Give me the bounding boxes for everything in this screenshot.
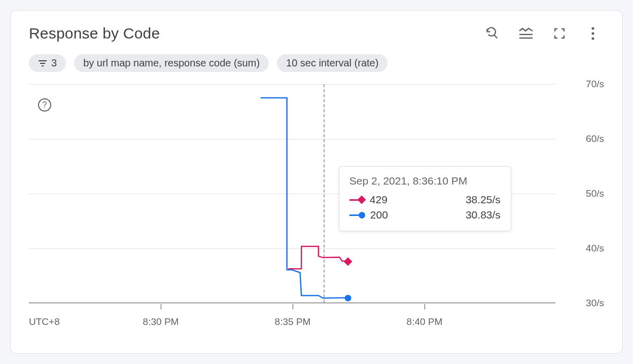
interval-label: 10 sec interval (rate) [286, 57, 378, 69]
filter-count-label: 3 [51, 57, 57, 69]
x-tick-mark [293, 304, 293, 309]
series-429 [288, 246, 347, 269]
x-tick-label: 8:30 PM [143, 316, 179, 327]
y-tick-label: 70/s [586, 79, 604, 90]
y-tick-label: 40/s [586, 243, 604, 254]
y-tick-label: 50/s [586, 188, 604, 199]
chart-title: Response by Code [29, 25, 160, 42]
timezone-label: UTC+8 [29, 316, 60, 327]
chart-tooltip: Sep 2, 2021, 8:36:10 PM42938.25/s20030.8… [339, 166, 511, 231]
interval-chip[interactable]: 10 sec interval (rate) [277, 54, 388, 72]
tooltip-row: 20030.83/s [349, 207, 501, 223]
tooltip-series-label: 200 [370, 209, 388, 221]
y-axis: 70/s60/s50/s40/s30/s [559, 84, 604, 303]
tooltip-row: 42938.25/s [349, 192, 501, 207]
fullscreen-icon[interactable] [552, 26, 567, 41]
legend-toggle-icon[interactable] [519, 26, 533, 41]
x-tick-mark [425, 304, 425, 309]
tooltip-series-value: 30.83/s [466, 209, 501, 221]
svg-point-3 [591, 27, 594, 29]
x-tick-mark [161, 304, 161, 309]
chart-area: ? 70/s60/s50/s40/s30/s UTC+88:30 PM8:35 … [29, 84, 604, 327]
y-tick-label: 30/s [586, 298, 604, 309]
svg-point-5 [591, 37, 594, 40]
grouping-label: by url map name, response code (sum) [83, 57, 260, 69]
x-tick-label: 8:35 PM [275, 316, 311, 327]
series-marker-429 [345, 259, 351, 265]
grouping-chip[interactable]: by url map name, response code (sum) [74, 54, 269, 72]
tooltip-series-label: 429 [370, 194, 388, 206]
y-tick-label: 60/s [586, 133, 604, 144]
svg-point-4 [591, 32, 594, 34]
series-marker-200 [345, 295, 351, 302]
tooltip-timestamp: Sep 2, 2021, 8:36:10 PM [349, 175, 501, 187]
diamond-icon [359, 197, 365, 203]
filter-chips-row: 3 by url map name, response code (sum) 1… [29, 54, 604, 72]
tooltip-series-value: 38.25/s [466, 194, 501, 206]
circle-icon [359, 212, 365, 219]
filter-icon [38, 59, 47, 67]
chart-actions [485, 26, 604, 41]
svg-line-0 [495, 35, 498, 39]
chart-header: Response by Code [29, 25, 604, 42]
filter-count-chip[interactable]: 3 [29, 54, 66, 72]
x-axis: UTC+88:30 PM8:35 PM8:40 PM [29, 304, 555, 327]
series-200 [261, 98, 347, 298]
chart-card: Response by Code [10, 10, 623, 354]
reset-zoom-icon[interactable] [485, 26, 500, 41]
more-menu-icon[interactable] [586, 26, 600, 41]
x-tick-label: 8:40 PM [407, 316, 443, 327]
legend-line-icon [349, 214, 359, 216]
